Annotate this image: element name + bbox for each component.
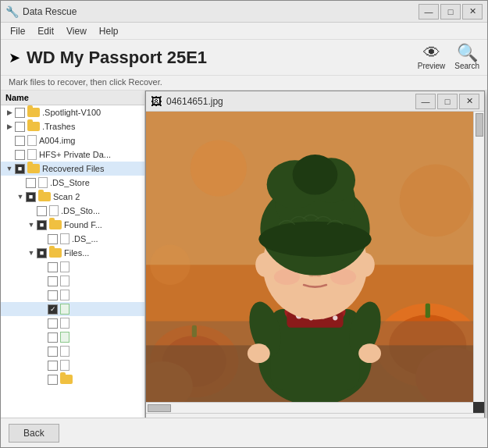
list-item[interactable]: ▶ .Trashes [1, 119, 144, 133]
preview-bottom-bar: Save File Close [146, 413, 484, 418]
tree-item-label: .DS_Sto... [61, 206, 100, 215]
drive-icon: ➤ [9, 49, 20, 66]
minimize-button[interactable]: — [419, 4, 439, 20]
menu-help[interactable]: Help [93, 24, 125, 38]
list-item[interactable] [1, 288, 144, 302]
search-icon: 🔍 [457, 44, 478, 62]
tree-item-label: .DS_... [72, 234, 98, 244]
tree-header: Name [1, 91, 144, 105]
folder-icon [27, 122, 40, 131]
title-bar: 🔧 Data Rescue — □ ✕ [1, 1, 487, 23]
tree-checkbox[interactable] [26, 178, 36, 188]
horizontal-scrollbar[interactable] [146, 402, 473, 413]
tree-checkbox[interactable] [15, 136, 25, 146]
tree-checkbox[interactable] [48, 262, 58, 272]
menu-file[interactable]: File [4, 24, 31, 38]
tree-checkbox[interactable]: ■ [37, 220, 47, 230]
file-icon [60, 290, 69, 300]
scrollbar-thumb-horizontal[interactable] [148, 404, 171, 412]
tree-expander[interactable]: ▼ [26, 219, 37, 230]
tree-expander [37, 233, 48, 244]
menu-edit[interactable]: Edit [31, 24, 60, 38]
tree-expander[interactable]: ▼ [26, 247, 37, 258]
tree-checkbox[interactable]: ✓ [48, 304, 58, 315]
list-item[interactable]: ▼ ■ Recovered Files [1, 162, 144, 176]
image-canvas [146, 112, 484, 402]
back-button[interactable]: Back [9, 424, 59, 443]
tree-expander[interactable]: ▼ [15, 191, 26, 202]
maximize-button[interactable]: □ [440, 4, 461, 20]
tree-checkbox[interactable]: ■ [37, 248, 47, 258]
preview-filename: 04614651.jpg [166, 96, 415, 107]
list-item[interactable] [1, 330, 144, 344]
list-item[interactable]: A004.img [1, 133, 144, 148]
tree-item-label: .Spotlight-V100 [42, 108, 101, 117]
drive-title: WD My Passport 25E1 [27, 48, 207, 68]
main-window: 🔧 Data Rescue — □ ✕ File Edit View Help … [0, 0, 488, 448]
tree-checkbox[interactable] [37, 206, 47, 216]
close-button[interactable]: ✕ [462, 4, 483, 20]
file-icon [38, 177, 48, 188]
tree-checkbox[interactable] [15, 108, 25, 118]
search-button[interactable]: 🔍 Search [454, 44, 479, 70]
tree-expander [37, 276, 48, 286]
svg-point-43 [191, 140, 247, 197]
preview-button[interactable]: 👁 Preview [418, 44, 446, 70]
tree-expander [37, 261, 48, 272]
tree-expander [37, 360, 48, 371]
list-item[interactable] [1, 260, 144, 274]
tree-checkbox[interactable]: ■ [26, 192, 36, 202]
tree-item-label: Files... [64, 248, 89, 258]
tree-checkbox[interactable] [48, 290, 58, 300]
preview-minimize-button[interactable]: — [415, 94, 436, 109]
header-tools: 👁 Preview 🔍 Search [418, 44, 479, 70]
tree-checkbox[interactable] [48, 276, 58, 286]
svg-point-22 [248, 343, 270, 363]
list-item[interactable]: .DS_Store [1, 176, 144, 190]
tree-checkbox[interactable] [48, 318, 58, 329]
vertical-scrollbar[interactable] [473, 112, 484, 402]
list-item[interactable]: ▼ ■ Found F... [1, 218, 144, 232]
drive-title-section: ➤ WD My Passport 25E1 [9, 48, 207, 68]
list-item[interactable]: ✓ [1, 302, 144, 316]
list-item[interactable]: ▼ ■ Scan 2 [1, 190, 144, 204]
list-item[interactable] [1, 344, 144, 358]
list-item[interactable]: ▼ ■ Files... [1, 246, 144, 260]
list-item[interactable]: .DS_Sto... [1, 204, 144, 218]
list-item[interactable]: HFS+ Private Da... [1, 148, 144, 162]
list-item[interactable]: ▶ .Spotlight-V100 [1, 105, 144, 119]
tree-checkbox[interactable] [48, 234, 58, 244]
folder-icon [38, 192, 51, 201]
tree-checkbox[interactable] [48, 361, 58, 371]
list-item[interactable] [1, 274, 144, 288]
tree-checkbox[interactable] [48, 375, 58, 385]
image-file-icon [60, 332, 69, 343]
preview-close-icon[interactable]: ✕ [459, 94, 479, 109]
list-item[interactable] [1, 358, 144, 372]
svg-rect-7 [426, 304, 430, 318]
tree-expander [37, 290, 48, 300]
preview-title-bar: 🖼 04614651.jpg — □ ✕ [146, 91, 484, 112]
tree-checkbox[interactable] [15, 122, 25, 132]
tree-checkbox[interactable] [15, 150, 25, 160]
preview-maximize-button[interactable]: □ [437, 94, 458, 109]
preview-window: 🖼 04614651.jpg — □ ✕ [145, 91, 485, 418]
tree-expander [37, 304, 48, 315]
menu-view[interactable]: View [60, 24, 93, 38]
scrollbar-thumb-vertical[interactable] [476, 113, 483, 137]
tree-expander[interactable]: ▼ [4, 163, 15, 174]
folder-icon [49, 220, 62, 229]
tree-item-label: .Trashes [42, 122, 75, 131]
tree-expander [37, 318, 48, 329]
app-icon: 🔧 [5, 5, 18, 18]
tree-expander[interactable]: ▶ [4, 107, 15, 118]
tree-checkbox[interactable]: ■ [15, 164, 25, 174]
tree-checkbox[interactable] [48, 332, 58, 343]
tree-expander [4, 135, 15, 146]
tree-expander[interactable]: ▶ [4, 121, 15, 132]
list-item[interactable] [1, 316, 144, 330]
tree-item-label: Found F... [64, 220, 102, 229]
list-item[interactable]: .DS_... [1, 232, 144, 246]
list-item[interactable] [1, 372, 144, 386]
tree-checkbox[interactable] [48, 347, 58, 357]
